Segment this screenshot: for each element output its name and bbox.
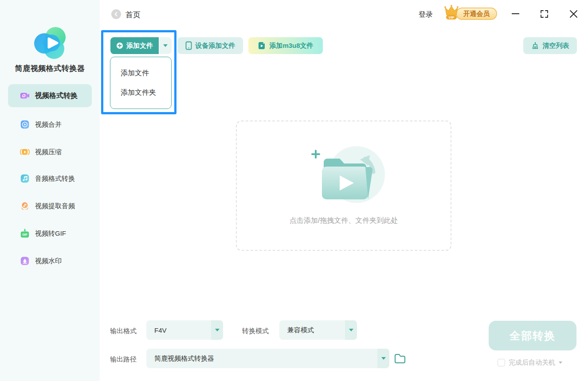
sidebar-item-label: 视频提取音频	[35, 202, 75, 210]
device-add-file-button[interactable]: 设备添加文件	[177, 37, 243, 54]
format-select-arrow	[211, 320, 223, 340]
vip-badge-text: VIP	[449, 16, 455, 19]
app-logo-icon	[32, 25, 68, 61]
auto-shutdown-label: 完成后自动关机	[509, 358, 555, 367]
menu-item-add-file[interactable]: 添加文件	[110, 63, 171, 83]
sidebar-item-audio-convert[interactable]: 音频格式转换	[8, 169, 92, 188]
add-file-label: 添加文件	[126, 42, 153, 50]
app-title: 简鹿视频格式转换器	[0, 63, 100, 74]
add-file-dropdown-toggle[interactable]	[159, 37, 172, 54]
sidebar-item-label: 视频水印	[35, 257, 62, 265]
sidebar-item-video-to-gif[interactable]: GIF 视频转GIF	[8, 224, 92, 243]
chevron-down-icon	[163, 44, 168, 47]
login-link[interactable]: 登录	[419, 10, 433, 19]
video-watermark-icon	[20, 256, 30, 266]
video-to-gif-icon: GIF	[20, 229, 30, 238]
window-maximize-button[interactable]	[541, 10, 548, 18]
device-add-file-label: 设备添加文件	[196, 42, 235, 50]
convert-mode-label: 转换模式	[242, 327, 269, 335]
auto-shutdown-option: 完成后自动关机	[498, 358, 562, 367]
folder-illustration	[302, 140, 391, 211]
chevron-down-icon	[349, 329, 353, 331]
vip-membership-button[interactable]: 开通会员	[456, 8, 497, 20]
back-arrow-icon	[114, 12, 119, 17]
convert-all-button[interactable]: 全部转换	[489, 321, 576, 350]
output-path-select[interactable]: 简鹿视频格式转换器	[146, 349, 389, 368]
output-format-select[interactable]: F4V	[146, 320, 223, 340]
clear-list-button[interactable]: 清空列表	[523, 37, 577, 54]
menu-item-add-folder[interactable]: 添加文件夹	[110, 83, 171, 102]
back-button[interactable]	[111, 9, 121, 19]
extract-audio-icon	[20, 201, 30, 211]
svg-text:GIF: GIF	[22, 233, 27, 236]
chevron-down-icon	[381, 357, 386, 360]
clear-list-label: 清空列表	[543, 42, 569, 50]
app-window: 简鹿视频格式转换器 视频格式转换 视频合并	[0, 0, 588, 381]
dropzone-hint: 点击添加/拖拽文件、文件夹到此处	[237, 216, 451, 225]
video-convert-icon	[20, 91, 30, 101]
chevron-down-icon[interactable]	[559, 362, 562, 364]
breadcrumb-home: 首页	[125, 10, 141, 20]
vip-crown-icon[interactable]: VIP	[442, 3, 461, 22]
sidebar-item-label: 音频格式转换	[35, 175, 75, 183]
sidebar-item-extract-audio[interactable]: 视频提取音频	[8, 196, 92, 216]
convert-mode-value: 兼容模式	[279, 326, 314, 334]
sidebar-item-label: 视频格式转换	[35, 91, 78, 101]
add-m3u8-button[interactable]: 添加m3u8文件	[248, 37, 323, 54]
video-merge-icon	[20, 120, 30, 129]
video-compress-icon	[20, 147, 30, 157]
output-format-label: 输出格式	[110, 327, 137, 335]
output-format-value: F4V	[146, 327, 167, 334]
auto-shutdown-checkbox[interactable]	[498, 359, 505, 366]
sidebar-item-video-watermark[interactable]: 视频水印	[8, 251, 92, 271]
mode-select-arrow	[345, 320, 357, 340]
sidebar-item-label: 视频压缩	[35, 148, 62, 156]
sidebar-item-video-convert[interactable]: 视频格式转换	[8, 84, 92, 107]
sidebar-item-label: 视频合并	[35, 121, 62, 129]
window-close-button[interactable]	[569, 10, 578, 18]
browse-folder-button[interactable]	[394, 353, 406, 364]
add-m3u8-label: 添加m3u8文件	[269, 42, 313, 50]
file-drop-zone[interactable]: 点击添加/拖拽文件、文件夹到此处	[236, 121, 451, 251]
add-file-dropdown-menu: 添加文件 添加文件夹	[110, 57, 172, 109]
window-minimize-button[interactable]	[512, 13, 519, 14]
add-file-split-button[interactable]: 添加文件	[110, 37, 172, 54]
add-file-button[interactable]: 添加文件	[110, 37, 159, 54]
output-path-label: 输出路径	[110, 355, 137, 364]
m3u8-file-icon	[258, 42, 266, 50]
sidebar-item-label: 视频转GIF	[35, 229, 66, 238]
broom-icon	[531, 42, 539, 50]
path-select-arrow	[377, 349, 389, 368]
plus-circle-icon	[116, 42, 123, 49]
chevron-down-icon	[215, 329, 220, 331]
phone-icon	[185, 41, 192, 50]
output-path-value: 简鹿视频格式转换器	[146, 354, 214, 363]
sidebar: 简鹿视频格式转换器 视频格式转换 视频合并	[0, 0, 100, 381]
sidebar-item-video-merge[interactable]: 视频合并	[8, 115, 92, 134]
sidebar-item-video-compress[interactable]: 视频压缩	[8, 142, 92, 162]
audio-convert-icon	[20, 174, 30, 183]
convert-mode-select[interactable]: 兼容模式	[279, 320, 357, 340]
